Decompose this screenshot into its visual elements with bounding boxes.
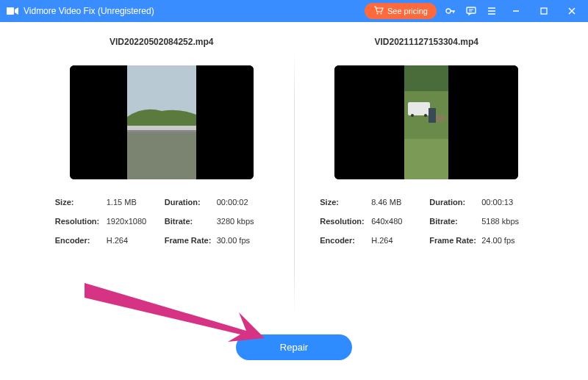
duration-value: 00:00:02 <box>217 198 268 207</box>
encoder-value: H.264 <box>371 236 426 245</box>
app-title: Vidmore Video Fix (Unregistered) <box>24 6 154 16</box>
bitrate-value: 3280 kbps <box>217 217 268 226</box>
pricing-label: See pricing <box>387 7 428 15</box>
duration-label: Duration: <box>426 198 481 207</box>
svg-rect-14 <box>404 65 448 91</box>
main-content: VID20220502084252.mp4 Size: 1.15 MB Dura… <box>0 22 588 331</box>
svg-point-18 <box>424 114 427 117</box>
cart-icon <box>373 6 384 16</box>
right-filename: VID20211127153304.mp4 <box>375 37 478 47</box>
menu-icon[interactable] <box>485 4 498 18</box>
size-label: Size: <box>55 198 107 207</box>
resolution-value: 1920x1080 <box>107 217 162 226</box>
resolution-label: Resolution: <box>320 217 371 226</box>
framerate-label: Frame Rate: <box>426 236 481 245</box>
svg-point-3 <box>446 9 451 13</box>
svg-point-2 <box>380 13 381 15</box>
size-value: 1.15 MB <box>107 198 162 207</box>
encoder-value: H.264 <box>107 236 162 245</box>
framerate-value: 24.00 fps <box>481 236 533 245</box>
encoder-label: Encoder: <box>55 236 107 245</box>
key-icon[interactable] <box>444 4 457 18</box>
maximize-button[interactable] <box>534 1 554 21</box>
svg-rect-11 <box>127 130 196 132</box>
feedback-icon[interactable] <box>465 4 478 18</box>
minimize-button[interactable] <box>506 1 526 21</box>
svg-point-17 <box>411 114 414 117</box>
bitrate-label: Bitrate: <box>426 217 481 226</box>
svg-point-1 <box>376 13 378 15</box>
svg-rect-19 <box>429 108 436 123</box>
right-video-panel: VID20211127153304.mp4 Size: 8.46 MB Dura… <box>295 37 559 331</box>
framerate-value: 30.00 fps <box>217 236 268 245</box>
svg-rect-5 <box>541 8 547 14</box>
size-label: Size: <box>320 198 371 207</box>
svg-rect-4 <box>467 7 476 13</box>
repair-button[interactable]: Repair <box>236 334 352 360</box>
duration-value: 00:00:13 <box>481 198 533 207</box>
resolution-label: Resolution: <box>55 217 107 226</box>
svg-rect-8 <box>127 65 196 117</box>
titlebar: Vidmore Video Fix (Unregistered) See pri… <box>0 0 588 22</box>
app-logo-icon <box>6 4 19 18</box>
svg-rect-20 <box>436 115 445 121</box>
left-thumbnail[interactable] <box>70 65 254 179</box>
see-pricing-button[interactable]: See pricing <box>365 3 437 19</box>
svg-rect-16 <box>408 102 430 115</box>
footer: Repair <box>0 334 588 360</box>
left-filename: VID20220502084252.mp4 <box>110 37 213 47</box>
left-video-panel: VID20220502084252.mp4 Size: 1.15 MB Dura… <box>29 37 294 331</box>
left-metadata: Size: 1.15 MB Duration: 00:00:02 Resolut… <box>55 198 268 245</box>
framerate-label: Frame Rate: <box>162 236 217 245</box>
encoder-label: Encoder: <box>320 236 371 245</box>
size-value: 8.46 MB <box>371 198 426 207</box>
close-button[interactable] <box>562 1 582 21</box>
svg-rect-10 <box>127 132 196 179</box>
right-thumbnail[interactable] <box>334 65 518 179</box>
bitrate-label: Bitrate: <box>162 217 217 226</box>
bitrate-value: 5188 kbps <box>481 217 533 226</box>
duration-label: Duration: <box>162 198 217 207</box>
resolution-value: 640x480 <box>371 217 426 226</box>
right-metadata: Size: 8.46 MB Duration: 00:00:13 Resolut… <box>320 198 533 245</box>
svg-rect-15 <box>404 139 448 179</box>
svg-rect-0 <box>7 7 14 15</box>
